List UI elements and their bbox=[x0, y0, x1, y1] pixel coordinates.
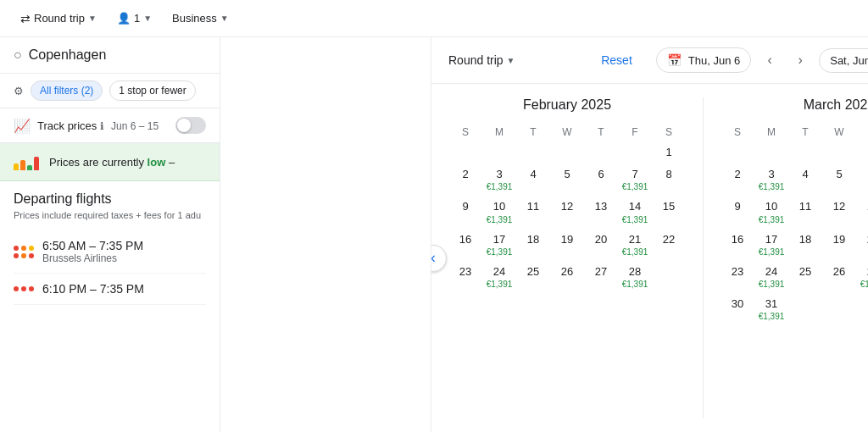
march-grid: S M T W T F S 1 2 bbox=[721, 123, 868, 325]
flight-dots-1 bbox=[14, 246, 34, 258]
day-mar-26[interactable]: 26 bbox=[822, 261, 856, 293]
calendar-trip-chevron: ▼ bbox=[507, 56, 515, 65]
empty-cell bbox=[550, 141, 584, 163]
day-feb-10[interactable]: 10 €1,391 bbox=[482, 196, 516, 228]
trip-type-chevron: ▼ bbox=[88, 14, 97, 23]
day-feb-4[interactable]: 4 bbox=[516, 163, 550, 196]
date-from-prev[interactable]: ‹ bbox=[758, 48, 782, 72]
day-feb-14[interactable]: 14 €1,391 bbox=[618, 196, 652, 228]
day-mar-17[interactable]: 17 €1,391 bbox=[754, 229, 788, 261]
departing-section: Departing flights Prices include require… bbox=[0, 181, 220, 315]
flight-time-2: 6:10 PM – 7:35 PM bbox=[42, 282, 206, 296]
departing-subtitle: Prices include required taxes + fees for… bbox=[14, 210, 206, 220]
day-feb-24[interactable]: 24 €1,391 bbox=[482, 261, 516, 293]
day-feb-5[interactable]: 5 bbox=[550, 163, 584, 196]
day-feb-20[interactable]: 20 bbox=[584, 229, 618, 261]
day-mar-3[interactable]: 3 €1,391 bbox=[754, 163, 788, 196]
trip-type-label: Round trip bbox=[34, 12, 85, 25]
day-feb-16[interactable]: 16 bbox=[448, 229, 482, 261]
main-content: ○ Copenhagen ⚙ All filters (2) 1 stop or… bbox=[0, 37, 868, 432]
date-nav-from: 📅 Thu, Jun 6 ‹ › Sat, Jun 15 ‹ › bbox=[656, 47, 868, 73]
trip-type-selector[interactable]: ⇄ Round trip ▼ bbox=[14, 8, 103, 29]
day-feb-17[interactable]: 17 €1,391 bbox=[482, 229, 516, 261]
day-feb-11[interactable]: 11 bbox=[516, 196, 550, 228]
calendar-icon-from: 📅 bbox=[667, 53, 682, 67]
day-feb-6[interactable]: 6 bbox=[584, 163, 618, 196]
day-feb-22[interactable]: 22 bbox=[652, 229, 686, 261]
col-t3: T bbox=[788, 123, 822, 141]
dot-8 bbox=[21, 286, 26, 291]
day-feb-21[interactable]: 21 €1,391 bbox=[618, 229, 652, 261]
day-mar-4[interactable]: 4 bbox=[788, 163, 822, 196]
day-mar-19[interactable]: 19 bbox=[822, 229, 856, 261]
empty-cell bbox=[448, 141, 482, 163]
price-suffix: – bbox=[165, 156, 175, 169]
day-mar-27[interactable]: 27 €1,403 bbox=[856, 261, 868, 293]
date-from-next[interactable]: › bbox=[788, 48, 812, 72]
calendar-march: March 2025 S M T W T F S bbox=[704, 84, 868, 432]
col-t1: T bbox=[516, 123, 550, 141]
day-mar-16[interactable]: 16 bbox=[721, 229, 754, 261]
day-feb-7[interactable]: 7 €1,391 bbox=[618, 163, 652, 196]
day-mar-2[interactable]: 2 bbox=[721, 163, 754, 196]
day-feb-18[interactable]: 18 bbox=[516, 229, 550, 261]
day-feb-27[interactable]: 27 bbox=[584, 261, 618, 293]
search-city: Copenhagen bbox=[29, 47, 107, 63]
day-mar-18[interactable]: 18 bbox=[788, 229, 822, 261]
day-mar-25[interactable]: 25 bbox=[788, 261, 822, 293]
col-m2: M bbox=[754, 123, 788, 141]
day-mar-5[interactable]: 5 bbox=[822, 163, 856, 196]
col-w2: W bbox=[822, 123, 856, 141]
day-feb-23[interactable]: 23 bbox=[448, 261, 482, 293]
empty-cell bbox=[584, 141, 618, 163]
day-feb-1[interactable]: 1 bbox=[652, 141, 686, 163]
day-mar-9[interactable]: 9 bbox=[721, 196, 754, 228]
flight-card-1[interactable]: 6:50 AM – 7:35 PM Brussels Airlines bbox=[14, 230, 206, 274]
circle-icon: ○ bbox=[14, 47, 22, 63]
day-feb-3[interactable]: 3 €1,391 bbox=[482, 163, 516, 196]
empty-cell bbox=[788, 141, 822, 163]
calendar-february: February 2025 S M T W T F S bbox=[431, 84, 703, 432]
day-feb-8[interactable]: 8 bbox=[652, 163, 686, 196]
day-feb-12[interactable]: 12 bbox=[550, 196, 584, 228]
day-feb-19[interactable]: 19 bbox=[550, 229, 584, 261]
day-feb-13[interactable]: 13 bbox=[584, 196, 618, 228]
day-mar-12[interactable]: 12 bbox=[822, 196, 856, 228]
stop-filter-chip[interactable]: 1 stop or fewer bbox=[109, 80, 195, 101]
all-filters-label: All filters (2) bbox=[40, 85, 93, 97]
calendar-trip-type[interactable]: Round trip ▼ bbox=[448, 53, 515, 67]
date-from-display[interactable]: 📅 Thu, Jun 6 bbox=[656, 47, 751, 73]
day-mar-10[interactable]: 10 €1,391 bbox=[754, 196, 788, 228]
empty-cell bbox=[856, 293, 868, 325]
trending-icon: 📈 bbox=[14, 118, 31, 134]
empty-cell bbox=[516, 141, 550, 163]
passengers-selector[interactable]: 👤 1 ▼ bbox=[110, 8, 159, 28]
calendar-trip-type-label: Round trip bbox=[448, 53, 504, 67]
day-mar-24[interactable]: 24 €1,391 bbox=[754, 261, 788, 293]
day-feb-26[interactable]: 26 bbox=[550, 261, 584, 293]
day-mar-13[interactable]: 13 bbox=[856, 196, 868, 228]
day-mar-20[interactable]: 20 bbox=[856, 229, 868, 261]
day-feb-9[interactable]: 9 bbox=[448, 196, 482, 228]
day-feb-15[interactable]: 15 bbox=[652, 196, 686, 228]
col-s1: S bbox=[448, 123, 482, 141]
flight-card-2[interactable]: 6:10 PM – 7:35 PM bbox=[14, 274, 206, 305]
class-selector[interactable]: Business ▼ bbox=[165, 8, 236, 28]
price-text-before: Prices are currently bbox=[49, 156, 147, 169]
flight-info-2: 6:10 PM – 7:35 PM bbox=[42, 282, 206, 296]
day-feb-28[interactable]: 28 €1,391 bbox=[618, 261, 652, 293]
all-filters-chip[interactable]: All filters (2) bbox=[31, 80, 103, 101]
date-to-display[interactable]: Sat, Jun 15 bbox=[819, 48, 868, 73]
col-w1: W bbox=[550, 123, 584, 141]
track-prices-row: 📈 Track prices ℹ Jun 6 – 15 bbox=[0, 108, 220, 143]
reset-button[interactable]: Reset bbox=[601, 53, 632, 67]
calendar-overlay: Round trip ▼ Reset 📅 Thu, Jun 6 ‹ › Sat,… bbox=[431, 37, 868, 432]
track-prices-toggle[interactable] bbox=[175, 117, 206, 134]
day-feb-25[interactable]: 25 bbox=[516, 261, 550, 293]
day-mar-6[interactable]: 6 bbox=[856, 163, 868, 196]
day-mar-23[interactable]: 23 bbox=[721, 261, 754, 293]
day-feb-2[interactable]: 2 bbox=[448, 163, 482, 196]
day-mar-30[interactable]: 30 bbox=[721, 293, 754, 325]
day-mar-31[interactable]: 31 €1,391 bbox=[754, 293, 788, 325]
day-mar-11[interactable]: 11 bbox=[788, 196, 822, 228]
